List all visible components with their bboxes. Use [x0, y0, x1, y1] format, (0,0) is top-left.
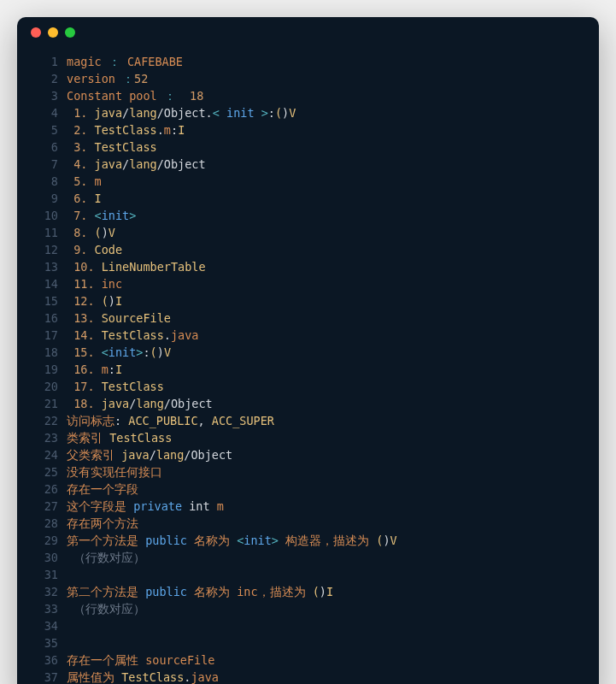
- line-content: 没有实现任何接口: [67, 463, 162, 481]
- token: >: [272, 534, 279, 547]
- token: [67, 363, 73, 376]
- line-content: 6. I: [67, 190, 102, 207]
- line-content: （行数对应）: [67, 600, 145, 617]
- token: (: [150, 345, 157, 359]
- token: ：: [122, 72, 134, 86]
- line-number: 3: [32, 87, 58, 104]
- token: lang: [156, 448, 185, 462]
- token: [67, 260, 73, 274]
- token: 构造器，描述为: [279, 534, 376, 547]
- token: [95, 397, 102, 410]
- line-number: 16: [32, 310, 58, 327]
- code-line: 20 17. TestClass: [32, 378, 584, 395]
- token: 18: [190, 89, 203, 103]
- token: /Object: [184, 448, 232, 462]
- line-content: 5. m: [67, 173, 102, 190]
- token: :: [109, 363, 115, 376]
- line-number: 20: [32, 378, 58, 395]
- line-content: 16. m:I: [67, 361, 122, 378]
- line-number: 10: [32, 207, 58, 224]
- token: 16.: [73, 363, 94, 376]
- line-content: 1. java/lang/Object.< init >:()V: [67, 104, 296, 121]
- token: I: [95, 192, 102, 205]
- token: V: [109, 226, 115, 239]
- token: [67, 226, 73, 239]
- line-number: 22: [32, 412, 58, 429]
- token: [67, 123, 73, 137]
- token: java: [191, 670, 219, 684]
- code-line: 7 4. java/lang/Object: [32, 156, 584, 173]
- token: LineNumberTable: [102, 260, 206, 274]
- token: :: [268, 106, 275, 120]
- line-content: 存在两个方法: [67, 515, 138, 532]
- window-titlebar: [17, 17, 599, 48]
- token: /: [150, 448, 156, 462]
- line-number: 11: [32, 224, 58, 241]
- close-icon[interactable]: [31, 27, 41, 38]
- line-content: 11. inc: [67, 275, 122, 292]
- line-content: version ：52: [67, 70, 148, 87]
- token: ): [157, 345, 164, 359]
- line-number: 33: [32, 600, 58, 617]
- token: /Object: [164, 397, 213, 410]
- line-number: 14: [32, 275, 58, 292]
- token: TestClass: [95, 123, 157, 137]
- line-number: 37: [32, 669, 58, 684]
- token: TestClass: [121, 670, 184, 684]
- line-number: 26: [32, 481, 58, 498]
- token: I: [115, 294, 122, 308]
- token: 存在一个属性: [67, 653, 145, 667]
- token: CAFEBABE: [120, 55, 183, 68]
- code-line: 28存在两个方法: [32, 515, 584, 532]
- code-line: 3Constant pool ： 18: [32, 87, 584, 104]
- line-content: magic ： CAFEBABE: [67, 53, 183, 70]
- token: [176, 89, 190, 103]
- token: ：: [109, 55, 120, 68]
- token: 13.: [73, 311, 94, 325]
- minimize-icon[interactable]: [48, 27, 58, 38]
- token: 这个字段是: [67, 499, 133, 513]
- line-number: 13: [32, 258, 58, 275]
- code-line: 30 （行数对应）: [32, 549, 584, 566]
- token: [87, 192, 94, 205]
- token: ，描述为: [258, 585, 313, 598]
- code-line: 35: [32, 634, 584, 652]
- line-number: 21: [32, 395, 58, 412]
- token: 存在两个方法: [67, 516, 138, 530]
- code-line: 11 8. ()V: [32, 224, 584, 241]
- token: (: [313, 585, 320, 598]
- token: TestClass: [109, 431, 172, 445]
- token: public: [145, 534, 187, 547]
- line-number: 31: [32, 566, 58, 583]
- line-content: 2. TestClass.m:I: [67, 121, 185, 139]
- token: SourceFile: [102, 311, 171, 325]
- token: 类索引: [67, 431, 109, 445]
- token: [87, 209, 94, 222]
- token: <: [102, 345, 109, 359]
- token: 2.: [73, 123, 87, 137]
- code-line: 18 15. <init>:()V: [32, 344, 584, 361]
- token: 属性值为: [67, 670, 121, 684]
- token: [95, 328, 102, 342]
- line-content: 这个字段是 private int m: [67, 498, 224, 515]
- maximize-icon[interactable]: [65, 27, 75, 38]
- token: 名称为: [187, 585, 237, 598]
- code-line: 33 （行数对应）: [32, 600, 584, 617]
- token: [95, 363, 102, 376]
- line-number: 2: [32, 70, 58, 87]
- line-content: 7. <init>: [67, 207, 136, 224]
- code-line: 13 10. LineNumberTable: [32, 258, 584, 275]
- line-content: 12. ()I: [67, 292, 122, 310]
- token: Code: [95, 243, 123, 256]
- token: java: [102, 397, 130, 410]
- token: m: [217, 499, 224, 513]
- code-line: 31: [32, 566, 584, 583]
- token: java: [121, 448, 150, 462]
- token: :: [171, 123, 178, 137]
- code-line: 15 12. ()I: [32, 292, 584, 310]
- token: V: [390, 534, 397, 547]
- code-line: 29第一个方法是 public 名称为 <init> 构造器，描述为 ()V: [32, 532, 584, 549]
- token: init: [109, 345, 137, 359]
- token: [67, 277, 73, 291]
- token: 没有实现任何接口: [67, 465, 162, 479]
